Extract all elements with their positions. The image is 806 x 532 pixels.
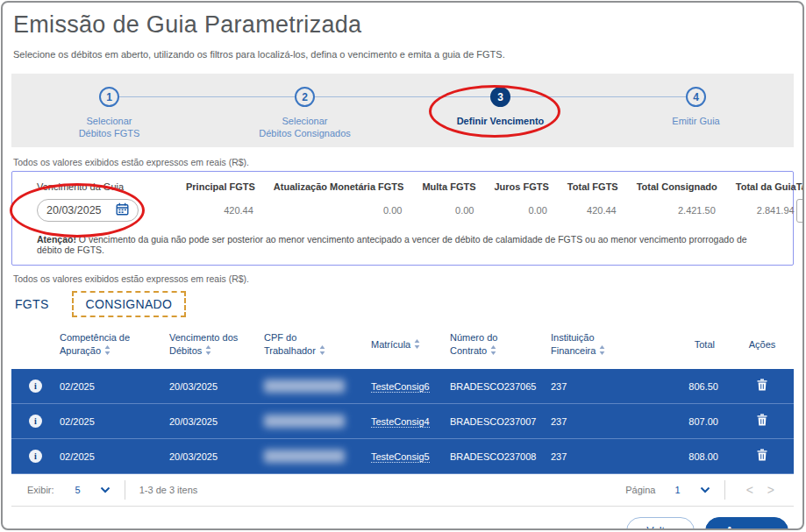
header-matricula[interactable]: Matrícula: [371, 338, 450, 352]
table-header-row: Competência de Apuração Vencimento dos D…: [11, 323, 794, 369]
delete-row-button[interactable]: [753, 377, 771, 395]
items-range: 1-3 de 3 itens: [139, 485, 198, 495]
step-2-circle: 2: [295, 87, 315, 107]
header-cpf-trabalhador[interactable]: CPF do Trabalhador: [264, 331, 371, 358]
header-competencia-apuracao[interactable]: Competência de Apuração: [60, 331, 169, 358]
cell-instituicao: 237: [551, 451, 656, 462]
page-subtitle: Selecione os débitos em aberto, utilizan…: [13, 49, 792, 60]
vencimento-date-field[interactable]: [37, 199, 139, 222]
wizard-stepper: 1 Selecionar Débitos FGTS 2 Selecionar D…: [11, 74, 794, 147]
totals-summary: Principal FGTS 420.44 Atualização Monetá…: [186, 181, 796, 216]
cell-total: 806.50: [656, 381, 731, 392]
step-2-selecionar-debitos-consignados[interactable]: 2 Selecionar Débitos Consignados: [207, 87, 403, 147]
per-page-dropdown-chevron-icon[interactable]: [100, 486, 111, 493]
table-pagination-bar: Exibir: 5 1-3 de 3 itens Página 1 < >: [11, 474, 794, 507]
summary-total-fgts: Total FGTS 420.44: [567, 181, 618, 216]
header-acoes: Ações: [731, 338, 794, 351]
vencimento-summary-panel: Vencimento da Guia: [11, 171, 794, 266]
prev-page-button[interactable]: <: [739, 483, 760, 497]
step-1-selecionar-debitos-fgts[interactable]: 1 Selecionar Débitos FGTS: [11, 87, 207, 147]
cell-instituicao: 237: [551, 381, 656, 392]
header-vencimento-debitos[interactable]: Vencimento dos Débitos: [169, 331, 264, 358]
step-1-circle: 1: [99, 87, 119, 107]
summary-multa-fgts: Multa FGTS 0.00: [422, 181, 475, 216]
cell-total: 808.00: [656, 451, 731, 462]
cell-vencimento: 20/03/2025: [169, 416, 264, 427]
delete-row-button[interactable]: [753, 447, 771, 465]
values-note: Todos os valores exibidos estão expresso…: [13, 157, 792, 167]
cell-total: 807.00: [656, 416, 731, 427]
tab-fgts[interactable]: FGTS: [13, 293, 51, 316]
wizard-actions: Voltar Avançar: [17, 517, 788, 530]
summary-principal-fgts: Principal FGTS 420.44: [186, 181, 255, 216]
matricula-link[interactable]: TesteConsig6: [371, 381, 430, 393]
vencimento-da-guia-field-group: Vencimento da Guia: [37, 181, 168, 222]
step-2-label: Selecionar Débitos Consignados: [259, 115, 351, 139]
summary-total-consignado: Total Consignado 2.421.50: [637, 181, 717, 216]
page-number: 1: [675, 485, 681, 495]
consignado-table: Competência de Apuração Vencimento dos D…: [11, 323, 794, 507]
cell-competencia: 02/2025: [60, 416, 169, 427]
cpf-redacted: [264, 450, 345, 463]
cell-vencimento: 20/03/2025: [169, 451, 264, 462]
header-numero-contrato[interactable]: Número do Contrato: [450, 331, 551, 358]
calendar-icon[interactable]: [116, 202, 129, 219]
info-icon[interactable]: i: [29, 379, 42, 393]
matricula-link[interactable]: TesteConsig4: [371, 416, 430, 428]
sort-icon[interactable]: [414, 340, 420, 351]
sort-icon[interactable]: [205, 346, 211, 357]
summary-atualizacao-monetaria-fgts: Atualização Monetária FGTS 0.00: [274, 181, 404, 216]
sort-icon[interactable]: [104, 346, 111, 357]
step-4-label: Emitir Guia: [672, 115, 719, 127]
cell-vencimento: 20/03/2025: [169, 381, 264, 392]
sort-icon[interactable]: [490, 346, 496, 357]
trash-icon: [757, 414, 767, 426]
vencimento-da-guia-label: Vencimento da Guia: [37, 181, 168, 192]
avancar-button[interactable]: Avançar: [705, 517, 788, 530]
step-1-label: Selecionar Débitos FGTS: [79, 115, 140, 139]
vencimento-date-input[interactable]: [46, 204, 115, 216]
trash-icon: [757, 379, 767, 391]
tag-label: Tag (Opcional): [796, 181, 804, 192]
tag-input[interactable]: [796, 199, 804, 223]
cpf-redacted: [264, 415, 345, 428]
step-3-circle: 3: [490, 87, 510, 107]
exibir-label: Exibir:: [27, 485, 54, 495]
cell-instituicao: 237: [551, 416, 656, 427]
divider: [724, 480, 725, 500]
voltar-button[interactable]: Voltar: [626, 517, 695, 530]
warning-message: Atenção! O vencimento da guia não pode s…: [12, 223, 793, 257]
pagina-label: Página: [625, 485, 655, 495]
cpf-redacted: [264, 379, 345, 393]
next-page-button[interactable]: >: [760, 483, 781, 497]
page-dropdown-chevron-icon[interactable]: [700, 486, 710, 493]
trash-icon: [757, 449, 767, 461]
tab-consignado[interactable]: CONSIGNADO: [72, 291, 187, 317]
step-4-emitir-guia[interactable]: 4 Emitir Guia: [598, 87, 794, 147]
page-title: Emissão de Guia Parametrizada: [13, 11, 802, 39]
sort-icon[interactable]: [599, 346, 605, 357]
info-icon[interactable]: i: [29, 450, 42, 463]
divider: [125, 480, 125, 500]
cell-competencia: 02/2025: [60, 381, 169, 392]
delete-row-button[interactable]: [753, 412, 771, 430]
debits-tabs: FGTS CONSIGNADO: [13, 289, 792, 319]
cell-contrato: BRADESCO237007: [450, 416, 551, 427]
info-icon[interactable]: i: [29, 415, 42, 428]
summary-total-da-guia: Total da Guia 2.841.94: [736, 181, 796, 216]
app-window: Emissão de Guia Parametrizada Selecione …: [1, 1, 804, 530]
sort-icon[interactable]: [319, 346, 325, 357]
step-3-label: Definir Vencimento: [457, 115, 545, 127]
step-3-definir-vencimento[interactable]: 3 Definir Vencimento: [403, 87, 598, 147]
table-row: i 02/2025 20/03/2025 TesteConsig5 BRADES…: [11, 439, 794, 474]
step-4-circle: 4: [686, 87, 706, 107]
cell-competencia: 02/2025: [60, 451, 169, 462]
table-row: i 02/2025 20/03/2025 TesteConsig4 BRADES…: [11, 404, 794, 439]
summary-juros-fgts: Juros FGTS 0.00: [495, 181, 549, 216]
per-page-value: 5: [75, 485, 81, 495]
cell-contrato: BRADESCO237008: [450, 451, 551, 462]
warning-bold: Atenção!: [37, 234, 76, 245]
cell-contrato: BRADESCO237065: [450, 381, 551, 392]
matricula-link[interactable]: TesteConsig5: [371, 451, 430, 463]
header-instituicao-financeira[interactable]: Instituição Financeira: [551, 331, 656, 358]
